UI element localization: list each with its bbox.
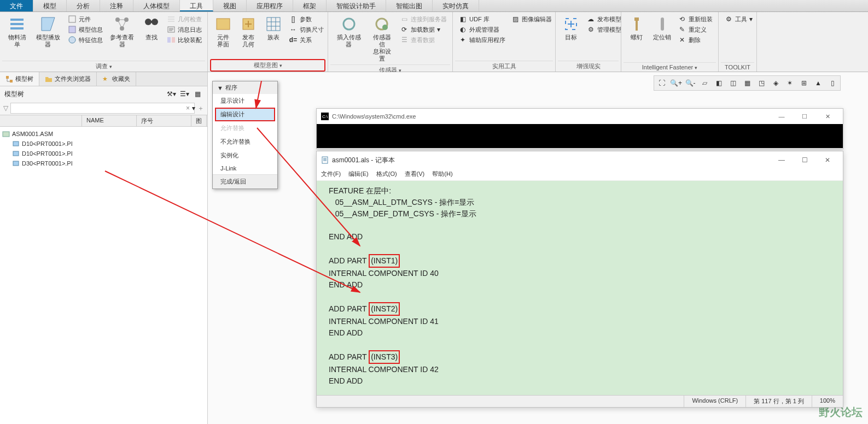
- redefine-button[interactable]: ✎重定义: [675, 25, 715, 34]
- zoom-in-icon[interactable]: 🔍+: [669, 77, 683, 89]
- side-tab-favorites[interactable]: ★收藏夹: [97, 72, 136, 86]
- menu-tab-frame[interactable]: 框架: [293, 0, 327, 11]
- publish-model-button[interactable]: ☁发布模型: [584, 14, 624, 24]
- search-dropdown-icon[interactable]: ▾: [192, 104, 195, 112]
- parameters-button[interactable]: []参数: [287, 14, 326, 24]
- dd-jlink[interactable]: J-Link: [213, 162, 277, 174]
- annotation-icon[interactable]: ✶: [783, 77, 796, 89]
- side-tab-folders[interactable]: 文件夹浏览器: [39, 72, 97, 86]
- reassemble-button[interactable]: ⟲重新组装: [675, 14, 715, 24]
- perspective-icon[interactable]: ◳: [755, 77, 768, 89]
- component-interface-button[interactable]: 元件界面: [211, 14, 235, 49]
- view-data-button[interactable]: ☰查看数据: [398, 35, 449, 45]
- np-menu-file[interactable]: 文件(F): [321, 170, 341, 178]
- side-tab-tree[interactable]: 模型树: [0, 72, 39, 86]
- tree-col-name[interactable]: NAME: [82, 115, 137, 126]
- np-menu-help[interactable]: 帮助(H): [432, 170, 452, 178]
- appearance-mgr-button[interactable]: ◐外观管理器: [456, 25, 508, 34]
- dd-disallow-replace[interactable]: 不允许替换: [213, 135, 277, 149]
- ribbon-group-label-model-intent[interactable]: 模型意图: [210, 59, 325, 72]
- filter-icon[interactable]: ▽: [3, 104, 8, 112]
- ribbon-group-label-investigate[interactable]: 调查: [2, 61, 205, 72]
- np-menu-view[interactable]: 查看(V): [405, 170, 425, 178]
- menu-tab-apps[interactable]: 应用程序: [247, 0, 293, 11]
- np-close-button[interactable]: ✕: [817, 155, 838, 166]
- cmd-close-button[interactable]: ✕: [817, 111, 838, 122]
- tree-add-icon[interactable]: ＋: [197, 104, 204, 113]
- cmd-maximize-button[interactable]: ☐: [794, 111, 815, 122]
- np-menu-format[interactable]: 格式(O): [376, 170, 397, 178]
- display-style-icon[interactable]: ◧: [712, 77, 725, 89]
- screw-button[interactable]: 螺钉: [625, 14, 649, 42]
- tree-settings-icon[interactable]: ⚒▾: [166, 89, 177, 99]
- bom-button[interactable]: 物料清单: [3, 14, 31, 49]
- delete-button[interactable]: ✕删除: [675, 35, 715, 45]
- load-data-button[interactable]: ⟳加载数据▾: [398, 25, 449, 34]
- model-player-button[interactable]: 模型播放器: [32, 14, 65, 49]
- udf-lib-button[interactable]: ◧UDF 库: [456, 14, 508, 24]
- menu-tab-manikin[interactable]: 人体模型: [133, 0, 180, 11]
- sensor-info-button[interactable]: 传感器信息和设置: [368, 14, 397, 63]
- tree-item-0[interactable]: D10<PRT0001>.PI: [0, 139, 207, 149]
- cmd-body[interactable]: [317, 124, 843, 148]
- feature-info-button[interactable]: 特征信息: [66, 35, 105, 45]
- menu-tab-tools[interactable]: 工具: [180, 0, 213, 11]
- menu-tab-file[interactable]: 文件: [0, 0, 33, 11]
- tree-show-icon[interactable]: ☰▾: [179, 89, 190, 99]
- dd-done-return[interactable]: 完成/返回: [213, 174, 277, 189]
- menu-tab-simulate[interactable]: 实时仿真: [433, 0, 479, 11]
- sep-icon[interactable]: ▯: [826, 77, 839, 89]
- notepad-body[interactable]: FEATURE 在层中: 05__ASM_ALL_DTM_CSYS - 操作=显…: [317, 181, 843, 395]
- geometry-check-button[interactable]: 几何检查: [165, 14, 204, 24]
- dowel-button[interactable]: 定位销: [650, 14, 674, 42]
- dd-edit-design[interactable]: 编辑设计: [215, 108, 275, 121]
- view-mgr-icon[interactable]: ▦: [741, 77, 754, 89]
- spin-icon[interactable]: ⊞: [797, 77, 811, 89]
- image-editor-button[interactable]: ▨图像编辑器: [509, 14, 554, 24]
- cmd-minimize-button[interactable]: —: [771, 111, 793, 122]
- menu-tab-analysis[interactable]: 分析: [67, 0, 100, 11]
- menu-tab-model[interactable]: 模型: [33, 0, 67, 11]
- repaint-icon[interactable]: ▱: [698, 77, 711, 89]
- tree-display-icon[interactable]: ▦: [192, 89, 203, 99]
- tree-item-1[interactable]: D10<PRT0001>.PI: [0, 149, 207, 158]
- tree-root-item[interactable]: ASM0001.ASM: [0, 129, 207, 139]
- tree-col-img[interactable]: 图: [191, 115, 207, 126]
- reference-viewer-button[interactable]: 参考查看器: [106, 14, 139, 49]
- insert-sensor-button[interactable]: 插入传感器: [331, 14, 366, 49]
- ribbon-group-label-fastener[interactable]: Intelligent Fastener: [624, 62, 716, 72]
- menu-tab-annotation[interactable]: 注释: [100, 0, 133, 11]
- family-table-button[interactable]: 族表: [261, 14, 286, 42]
- tree-search-input[interactable]: [10, 103, 195, 114]
- saved-view-icon[interactable]: ◫: [726, 77, 739, 89]
- target-button[interactable]: 目标: [559, 14, 583, 42]
- menu-tab-smartdraw[interactable]: 智能出图: [386, 0, 433, 11]
- tools-button[interactable]: ⚙工具▾: [722, 14, 755, 24]
- aux-apps-button[interactable]: ✦辅助应用程序: [456, 35, 508, 45]
- tree-item-2[interactable]: D30<PRT0001>.PI: [0, 158, 207, 168]
- notepad-titlebar[interactable]: asm0001.als - 记事本 — ☐ ✕: [317, 151, 843, 169]
- relations-button[interactable]: d=关系: [287, 35, 326, 45]
- np-minimize-button[interactable]: —: [771, 155, 793, 166]
- render-icon[interactable]: ▲: [812, 77, 825, 89]
- model-info-button[interactable]: 模型信息: [66, 25, 105, 34]
- dd-instantiate[interactable]: 实例化: [213, 149, 277, 162]
- component-button[interactable]: 元件: [66, 14, 105, 24]
- compare-asm-button[interactable]: 比较装配: [165, 35, 204, 45]
- dd-show-design[interactable]: 显示设计: [213, 94, 277, 108]
- dd-allow-replace[interactable]: 允许替换: [213, 121, 277, 135]
- publish-geometry-button[interactable]: 发布几何: [236, 14, 260, 49]
- np-menu-edit[interactable]: 编辑(E): [348, 170, 369, 178]
- cmd-titlebar[interactable]: C:\ C:\Windows\system32\cmd.exe — ☐ ✕: [317, 109, 843, 124]
- datum-icon[interactable]: ◈: [769, 77, 782, 89]
- tree-col-seq[interactable]: 序号: [137, 115, 191, 126]
- refit-icon[interactable]: ⛶: [655, 77, 668, 89]
- menu-tab-smartdesign[interactable]: 智能设计助手: [327, 0, 386, 11]
- connect-server-button[interactable]: ▭连接到服务器: [398, 14, 449, 24]
- search-clear-icon[interactable]: ×: [186, 104, 190, 112]
- zoom-out-icon[interactable]: 🔍-: [684, 77, 697, 89]
- message-log-button[interactable]: 消息日志: [165, 25, 204, 34]
- np-maximize-button[interactable]: ☐: [794, 155, 815, 166]
- manage-model-button[interactable]: ⚙管理模型: [584, 25, 624, 34]
- menu-tab-view[interactable]: 视图: [213, 0, 247, 11]
